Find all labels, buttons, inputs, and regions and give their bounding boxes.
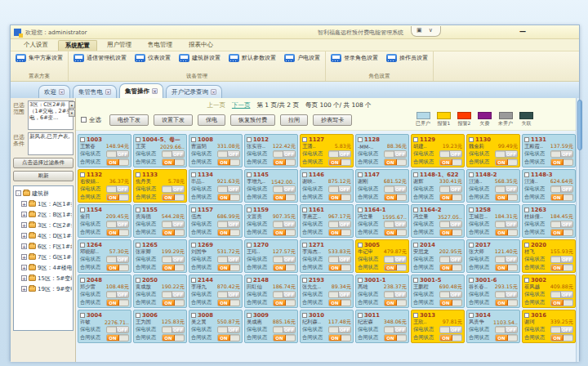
card-checkbox[interactable] [413,243,418,248]
switch-toggle[interactable]: ON [550,264,573,271]
meter-card[interactable]: 3014风贵争1103.54..保电状态OFF合闸状态ON [466,310,520,343]
meter-card[interactable]: 1258王城哲..184.31元保电状态OFF合闸状态ON [466,204,520,238]
meter-card[interactable]: 2144李瑾九870.42元保电状态OFF合闸状态ON [189,274,243,308]
ribbon-item[interactable]: 操作员设置 [386,54,428,62]
card-checkbox[interactable] [80,243,85,248]
card-checkbox[interactable] [191,137,196,142]
protect-toggle[interactable]: OFF [217,221,240,228]
meter-card[interactable]: 2014安思龙202.95元保电状态OFF合闸状态ON [411,239,465,273]
protect-toggle[interactable]: OFF [384,221,407,228]
expand-icon[interactable]: + [21,212,27,217]
protect-toggle[interactable]: OFF [106,291,129,298]
card-checkbox[interactable] [302,313,307,318]
switch-toggle[interactable]: ON [162,264,185,271]
protect-toggle[interactable]: OFF [162,185,185,193]
protect-toggle[interactable]: OFF [217,185,240,193]
action-button-1[interactable]: 设置下发 [154,114,193,126]
switch-toggle[interactable]: ON [495,158,518,166]
card-checkbox[interactable] [524,208,529,212]
tree-item-1[interactable]: +2区：B区1#井(变3 [16,209,72,220]
switch-toggle[interactable]: ON [495,264,518,271]
meter-card[interactable]: 1127王潘..5.83元保电状态OFF合闸状态ON [300,134,354,167]
protect-toggle[interactable]: OFF [328,150,351,158]
vertical-scrollbar[interactable] [576,98,579,362]
protect-toggle[interactable]: OFF [106,256,129,263]
ribbon-item[interactable]: 建筑群设置 [179,54,220,62]
switch-toggle[interactable]: ON [328,229,351,236]
switch-toggle[interactable]: ON [217,334,240,341]
switch-toggle[interactable]: ON [273,334,296,341]
tab-close-icon[interactable]: × [211,89,216,95]
protect-toggle[interactable]: OFF [106,150,129,158]
card-checkbox[interactable] [524,313,529,318]
card-checkbox[interactable] [524,243,529,248]
card-checkbox[interactable] [413,278,418,283]
meter-card[interactable]: 3010纪利森..117.48元保电状态OFF合闸状态ON [300,310,354,343]
meter-card[interactable]: 1164-1冯立量1595.67..保电状态OFF合闸状态ON [355,204,409,238]
tab-2[interactable]: 集管操作× [119,83,163,98]
card-checkbox[interactable] [247,137,252,142]
meter-card[interactable]: 1132右俊娟..36.37元保电状态OFF合闸状态ON [78,169,131,203]
switch-toggle[interactable]: ON [217,229,240,236]
protect-toggle[interactable]: OFF [495,291,518,298]
meter-card[interactable]: 1147谢刚681.52元保电状态OFF合闸状态ON [355,169,409,203]
card-checkbox[interactable] [358,278,363,283]
tree-item-0[interactable]: +1区：A区1#井 [16,199,72,209]
protect-toggle[interactable]: OFF [384,256,407,263]
meter-card[interactable]: 1145李增九..1542.00..保电状态OFF合闸状态ON [244,169,298,203]
meter-card[interactable]: 1148-3汪清..624.64元保电状态OFF合闸状态ON [522,169,576,203]
card-checkbox[interactable] [302,243,307,248]
menu-item-0[interactable]: 个人设置 [17,40,55,50]
card-checkbox[interactable] [524,172,529,177]
meter-card[interactable]: 1164-2冯立量3527.05..保电状态OFF合闸状态ON [411,204,465,238]
switch-toggle[interactable]: ON [217,158,240,166]
switch-toggle[interactable]: ON [550,194,573,201]
switch-toggle[interactable]: ON [384,158,407,166]
meter-card[interactable]: 1263桂妹僮..184.45元保电状态OFF合闸状态ON [522,204,576,238]
card-checkbox[interactable] [247,278,252,283]
protect-toggle[interactable]: OFF [384,291,407,298]
switch-toggle[interactable]: ON [550,158,573,166]
collapse-icon[interactable]: - [16,190,21,196]
meter-card[interactable]: 3001-1高雄238.37元保电状态OFF合闸状态ON [355,274,409,308]
protect-toggle[interactable]: OFF [328,185,351,193]
card-checkbox[interactable] [358,137,363,142]
card-checkbox[interactable] [469,313,474,318]
meter-card[interactable]: 1271李海杰..533.83元保电状态OFF合闸状态ON [300,239,354,273]
meter-card[interactable]: 1003王繁春148.94元保电状态OFF合闸状态ON [78,134,131,167]
action-button-0[interactable]: 电价下发 [109,114,149,126]
minimize-button[interactable]: — [517,27,528,36]
card-checkbox[interactable] [136,137,140,142]
protect-toggle[interactable]: OFF [217,326,240,333]
protect-toggle[interactable]: OFF [495,326,518,333]
switch-toggle[interactable]: ON [273,229,296,236]
card-checkbox[interactable] [136,313,140,318]
meter-card[interactable]: 2048郑少雷108.48元保电状态OFF合闸状态ON [78,274,131,308]
switch-toggle[interactable]: ON [439,299,462,306]
card-checkbox[interactable] [302,208,307,212]
protect-toggle[interactable]: OFF [328,221,351,228]
expand-icon[interactable]: + [21,222,27,228]
switch-toggle[interactable]: ON [550,229,573,236]
expand-icon[interactable]: + [21,233,27,239]
protect-toggle[interactable]: OFF [550,291,573,298]
card-checkbox[interactable] [413,313,418,318]
switch-toggle[interactable]: ON [162,229,185,236]
scrollbar-thumb[interactable] [577,100,582,150]
meter-card[interactable]: 2020桂飞155.93元保电状态OFF合闸状态ON [522,239,576,273]
ribbon-item[interactable]: 通信管理机设置 [74,54,127,62]
meter-card[interactable]: 1264邓晓邸..57.30元保电状态OFF合闸状态ON [78,239,131,273]
switch-toggle[interactable]: ON [439,334,462,341]
meter-card[interactable]: 1157伍杰686.99元保电状态OFF合闸状态ON [189,204,243,238]
meter-card[interactable]: 2017张大师121.40元保电状态OFF合闸状态ON [466,239,520,273]
meter-card[interactable]: 1134串品..921.63元保电状态OFF合闸状态ON [189,169,243,203]
meter-card[interactable]: 3005牛记申479.87元保电状态OFF合闸状态ON [355,239,409,273]
menu-item-3[interactable]: 售电管理 [141,40,179,50]
window-controls[interactable]: ▣ ∨ [411,26,441,37]
meter-card[interactable]: 1004-5、母—王英2029.66..保电状态OFF合闸状态ON [133,134,187,167]
switch-toggle[interactable]: ON [217,299,240,306]
protect-toggle[interactable]: OFF [273,326,296,333]
protect-toggle[interactable]: OFF [550,326,573,333]
switch-toggle[interactable]: ON [162,158,185,166]
protect-toggle[interactable]: OFF [217,256,240,263]
